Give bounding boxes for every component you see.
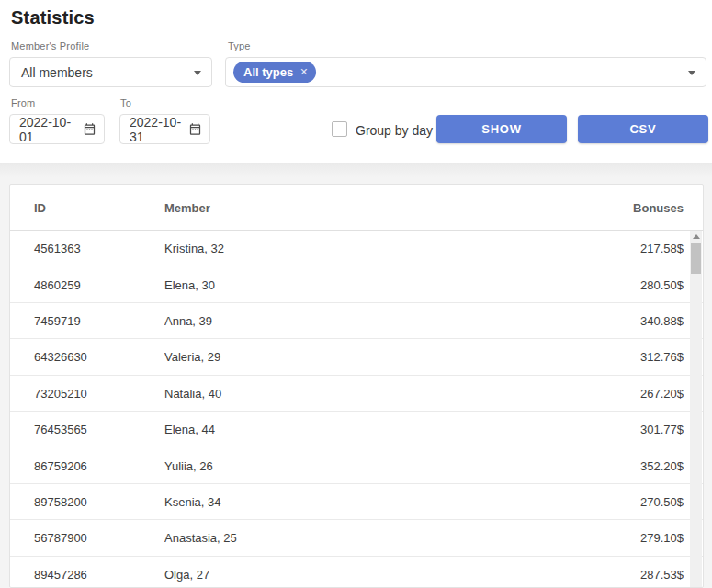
chevron-down-icon: [194, 71, 201, 75]
member-profile-select[interactable]: All members: [9, 57, 212, 87]
cell-member: Natalia, 40: [164, 386, 221, 400]
cell-member: Valeria, 29: [164, 350, 220, 364]
cell-id: 64326630: [34, 350, 87, 364]
cell-id: 56787900: [34, 531, 87, 545]
chevron-down-icon: [688, 71, 695, 75]
csv-button[interactable]: CSV: [578, 115, 708, 143]
cell-id: 7459719: [34, 313, 81, 327]
from-date-value: 2022-10-01: [19, 115, 83, 144]
scrollbar-up-icon[interactable]: [690, 231, 702, 243]
table-header-row: ID Member Bonuses: [10, 185, 703, 231]
statistics-page: Statistics Member's Profile All members …: [0, 0, 712, 588]
table-row: 64326630 Valeria, 29 312.76$: [10, 339, 703, 375]
to-label: To: [120, 97, 131, 108]
column-header-member: Member: [164, 200, 210, 214]
table-row: 89457286 Olga, 27 287.53$: [10, 557, 703, 588]
cell-member: Kristina, 32: [164, 242, 224, 255]
cell-bonus: 280.50$: [640, 277, 684, 291]
table-row: 4561363 Kristina, 32 217.58$: [10, 231, 703, 266]
cell-bonus: 270.50$: [640, 494, 684, 508]
close-icon[interactable]: ✕: [299, 66, 308, 78]
from-label: From: [11, 97, 35, 108]
cell-member: Olga, 27: [164, 567, 209, 581]
table-row: 56787900 Anastasia, 25 279.10$: [10, 520, 703, 556]
cell-bonus: 340.88$: [640, 313, 684, 327]
cell-member: Anna, 39: [164, 313, 212, 327]
type-chip[interactable]: All types ✕: [233, 62, 316, 83]
to-date-value: 2022-10-31: [130, 115, 188, 144]
group-by-day-label: Group by day: [356, 123, 433, 138]
results-table: ID Member Bonuses 4561363 Kristina, 32 2…: [9, 184, 704, 588]
cell-id: 89758200: [34, 494, 87, 508]
cell-id: 86759206: [34, 458, 87, 472]
table-row: 73205210 Natalia, 40 267.20$: [10, 376, 703, 412]
table-row: 89758200 Ksenia, 34 270.50$: [10, 484, 703, 520]
table-row: 76453565 Elena, 44 301.77$: [10, 412, 703, 447]
cell-bonus: 287.53$: [640, 567, 684, 581]
group-by-day-checkbox[interactable]: [332, 121, 347, 137]
cell-id: 4561363: [34, 242, 81, 255]
cell-bonus: 267.20$: [640, 386, 684, 400]
table-scrollbar[interactable]: [690, 231, 702, 587]
member-profile-value: All members: [21, 65, 93, 80]
calendar-icon[interactable]: [83, 122, 96, 136]
table-row: 4860259 Elena, 30 280.50$: [10, 266, 703, 302]
show-button[interactable]: SHOW: [436, 115, 567, 143]
cell-member: Elena, 44: [164, 423, 215, 436]
type-select[interactable]: All types ✕: [225, 57, 706, 87]
column-header-id: ID: [34, 200, 46, 214]
cell-member: Ksenia, 34: [164, 494, 220, 508]
cell-bonus: 352.20$: [640, 458, 684, 472]
calendar-icon[interactable]: [188, 122, 202, 136]
page-title: Statistics: [11, 7, 95, 28]
cell-id: 76453565: [34, 423, 87, 436]
type-label: Type: [228, 40, 251, 51]
cell-member: Anastasia, 25: [164, 531, 237, 545]
table-row: 86759206 Yuliia, 26 352.20$: [10, 447, 703, 483]
cell-bonus: 312.76$: [640, 350, 684, 364]
cell-bonus: 279.10$: [640, 531, 684, 545]
cell-id: 73205210: [34, 386, 87, 400]
table-row: 7459719 Anna, 39 340.88$: [10, 303, 703, 339]
column-header-bonuses: Bonuses: [633, 200, 684, 214]
cell-member: Yuliia, 26: [164, 458, 213, 472]
to-date-input[interactable]: 2022-10-31: [119, 114, 210, 144]
scrollbar-thumb[interactable]: [691, 243, 701, 274]
from-date-input[interactable]: 2022-10-01: [9, 114, 105, 144]
table-body: 4561363 Kristina, 32 217.58$ 4860259 Ele…: [10, 231, 703, 588]
cell-member: Elena, 30: [164, 277, 215, 291]
cell-id: 89457286: [34, 567, 87, 581]
cell-bonus: 301.77$: [640, 423, 684, 436]
cell-bonus: 217.58$: [640, 242, 684, 255]
type-chip-label: All types: [243, 65, 293, 79]
member-profile-label: Member's Profile: [11, 40, 89, 51]
cell-id: 4860259: [34, 277, 81, 291]
